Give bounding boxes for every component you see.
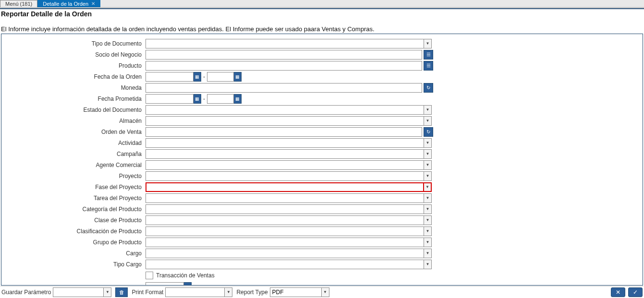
refresh-icon[interactable]: ↻ bbox=[424, 127, 433, 137]
label-fecha-orden: Fecha de la Orden bbox=[1, 73, 146, 80]
fecha-prometida-to[interactable] bbox=[207, 94, 234, 104]
tab-detalle-orden[interactable]: Detalle de la Orden ✕ bbox=[37, 0, 100, 7]
chevron-down-icon[interactable]: ▼ bbox=[225, 287, 232, 297]
fecha-prometida-from[interactable] bbox=[146, 94, 194, 104]
tab-strip: Menú (181) Detalle de la Orden ✕ bbox=[0, 0, 644, 8]
form-container: Tipo de Documento ▼ Socio del Negocio ☰ … bbox=[1, 34, 643, 286]
producto-input[interactable] bbox=[146, 61, 422, 71]
label-estado-documento: Estado del Documento bbox=[1, 107, 146, 113]
chevron-down-icon[interactable]: ▼ bbox=[424, 204, 432, 214]
fase-proyecto-input[interactable] bbox=[146, 182, 424, 192]
actividad-input[interactable] bbox=[146, 138, 424, 148]
campana-input[interactable] bbox=[146, 149, 424, 159]
label-orden-venta: Orden de Venta bbox=[1, 129, 146, 135]
grupo-producto-input[interactable] bbox=[146, 238, 424, 247]
calendar-icon[interactable]: ▦ bbox=[194, 94, 201, 104]
almacen-input[interactable] bbox=[146, 116, 424, 126]
close-icon[interactable]: ✕ bbox=[91, 0, 95, 7]
chevron-down-icon[interactable]: ▼ bbox=[424, 39, 432, 48]
label-cargo: Cargo bbox=[1, 250, 146, 257]
label-campana: Campaña bbox=[1, 151, 146, 157]
tab-detalle-label: Detalle de la Orden bbox=[43, 0, 88, 7]
form-scroll[interactable]: Tipo de Documento ▼ Socio del Negocio ☰ … bbox=[1, 34, 643, 285]
cutoff-date-from[interactable] bbox=[146, 282, 184, 285]
footer-bar: Guardar Parámetro ▼ 🗑 Print Format ▼ Rep… bbox=[0, 286, 644, 298]
estado-documento-input[interactable] bbox=[146, 105, 424, 115]
cargo-input[interactable] bbox=[146, 249, 424, 258]
tipo-cargo-input[interactable] bbox=[146, 260, 424, 269]
chevron-down-icon[interactable]: ▼ bbox=[424, 160, 432, 170]
tipo-documento-input[interactable] bbox=[146, 39, 424, 48]
chevron-down-icon[interactable]: ▼ bbox=[424, 249, 432, 258]
fecha-orden-from[interactable] bbox=[146, 72, 194, 82]
date-separator: - bbox=[201, 95, 207, 102]
label-actividad: Actividad bbox=[1, 140, 146, 146]
label-moneda: Moneda bbox=[1, 84, 146, 91]
chevron-down-icon[interactable]: ▼ bbox=[104, 287, 111, 297]
clasificacion-producto-input[interactable] bbox=[146, 226, 424, 236]
categoria-producto-input[interactable] bbox=[146, 204, 424, 214]
chevron-down-icon[interactable]: ▼ bbox=[424, 138, 432, 148]
label-guardar-parametro: Guardar Parámetro bbox=[1, 289, 51, 296]
label-agente-comercial: Agente Comercial bbox=[1, 162, 146, 168]
label-proyecto: Proyecto bbox=[1, 173, 146, 179]
label-tipo-cargo: Tipo Cargo bbox=[1, 261, 146, 268]
label-print-format: Print Format bbox=[132, 289, 163, 296]
label-clase-producto: Clase de Producto bbox=[1, 217, 146, 224]
guardar-parametro-input[interactable] bbox=[53, 287, 104, 297]
date-separator: - bbox=[201, 73, 207, 80]
calendar-icon[interactable]: ▦ bbox=[234, 94, 242, 104]
page-title: Reportar Detalle de la Orden bbox=[0, 9, 644, 19]
label-categoria-producto: Categoría del Producto bbox=[1, 206, 146, 213]
lookup-icon[interactable]: ☰ bbox=[424, 61, 433, 71]
label-report-type: Report Type bbox=[236, 289, 267, 296]
lookup-icon[interactable]: ☰ bbox=[424, 50, 433, 60]
clase-producto-input[interactable] bbox=[146, 215, 424, 225]
trash-icon[interactable]: 🗑 bbox=[115, 287, 128, 297]
label-tarea-proyecto: Tarea del Proyecto bbox=[1, 195, 146, 202]
calendar-icon[interactable]: ▦ bbox=[184, 282, 192, 285]
report-type-input[interactable] bbox=[270, 287, 322, 297]
label-fecha-prometida: Fecha Prometida bbox=[1, 95, 146, 102]
chevron-down-icon[interactable]: ▼ bbox=[424, 226, 432, 236]
refresh-icon[interactable]: ↻ bbox=[424, 83, 433, 93]
cancel-button[interactable]: ✕ bbox=[611, 287, 625, 297]
fecha-orden-to[interactable] bbox=[207, 72, 234, 82]
ok-button[interactable]: ✓ bbox=[628, 287, 643, 297]
label-almacen: Almacén bbox=[1, 118, 146, 124]
moneda-input[interactable] bbox=[146, 83, 422, 93]
calendar-icon[interactable]: ▦ bbox=[194, 72, 201, 82]
chevron-down-icon[interactable]: ▼ bbox=[322, 287, 329, 297]
proyecto-input[interactable] bbox=[146, 171, 424, 181]
transaccion-ventas-label: Transacción de Ventas bbox=[156, 272, 215, 279]
label-grupo-producto: Grupo de Producto bbox=[1, 239, 146, 246]
transaccion-ventas-checkbox[interactable] bbox=[146, 272, 153, 279]
chevron-down-icon[interactable]: ▼ bbox=[424, 171, 432, 181]
label-tipo-documento: Tipo de Documento bbox=[1, 40, 146, 47]
print-format-input[interactable] bbox=[165, 287, 225, 297]
label-clasificacion-producto: Clasificación de Producto bbox=[1, 228, 146, 235]
chevron-down-icon[interactable]: ▼ bbox=[424, 105, 432, 115]
label-fase-proyecto: Fase del Proyecto bbox=[1, 184, 146, 191]
calendar-icon[interactable]: ▦ bbox=[234, 72, 242, 82]
chevron-down-icon[interactable]: ▼ bbox=[424, 215, 432, 225]
label-producto: Producto bbox=[1, 62, 146, 69]
orden-venta-input[interactable] bbox=[146, 127, 422, 137]
chevron-down-icon[interactable]: ▼ bbox=[424, 116, 432, 126]
tab-menu-label: Menú (181) bbox=[5, 0, 32, 7]
chevron-down-icon[interactable]: ▼ bbox=[424, 182, 432, 192]
tab-menu[interactable]: Menú (181) bbox=[0, 0, 37, 7]
tarea-proyecto-input[interactable] bbox=[146, 193, 424, 203]
agente-comercial-input[interactable] bbox=[146, 160, 424, 170]
chevron-down-icon[interactable]: ▼ bbox=[424, 260, 432, 269]
socio-negocio-input[interactable] bbox=[146, 50, 422, 60]
label-socio-negocio: Socio del Negocio bbox=[1, 51, 146, 58]
chevron-down-icon[interactable]: ▼ bbox=[424, 238, 432, 247]
chevron-down-icon[interactable]: ▼ bbox=[424, 193, 432, 203]
chevron-down-icon[interactable]: ▼ bbox=[424, 149, 432, 159]
